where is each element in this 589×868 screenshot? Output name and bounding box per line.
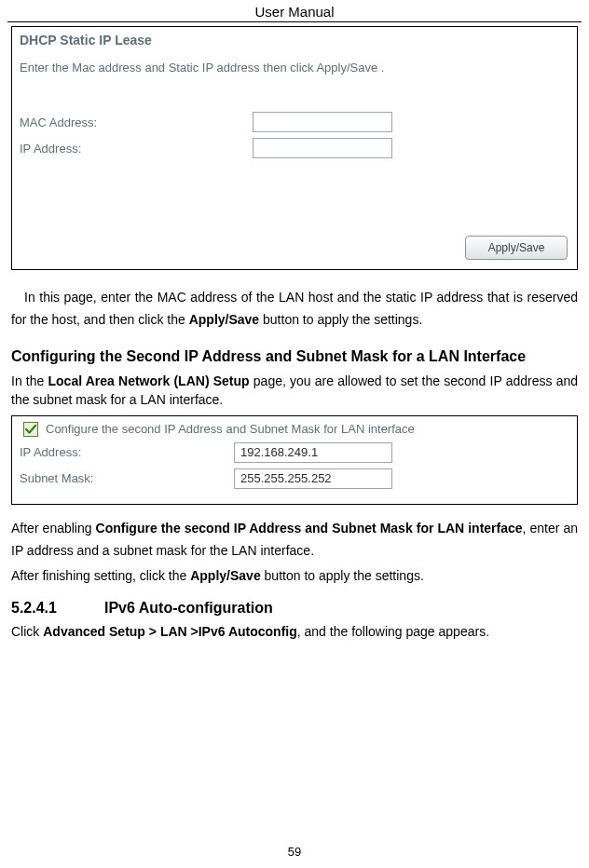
configure-checkbox-row: Configure the second IP Address and Subn… (20, 422, 569, 437)
paragraph-lan-setup: In the Local Area Network (LAN) Setup pa… (11, 372, 578, 410)
text-bold: Advanced Setup > LAN >IPv6 Autoconfig (43, 624, 297, 639)
second-ip-row: IP Address: (20, 442, 569, 463)
dhcp-static-ip-panel: DHCP Static IP Lease Enter the Mac addre… (11, 26, 578, 270)
panel-instruction: Enter the Mac address and Static IP addr… (20, 61, 569, 75)
checkbox-checked-icon[interactable] (23, 422, 38, 437)
text-fragment: button to apply the settings. (261, 568, 424, 583)
text-bold: Apply/Save (190, 568, 260, 583)
checkbox-label: Configure the second IP Address and Subn… (46, 422, 415, 436)
page-number: 59 (0, 845, 589, 859)
text-fragment: Click (11, 624, 43, 639)
header-divider (7, 21, 582, 22)
text-fragment: button to apply the settings. (259, 312, 422, 327)
ip-address-row: IP Address: (20, 138, 569, 158)
section-heading-second-ip: Configuring the Second IP Address and Su… (11, 346, 578, 367)
section-heading-ipv6: 5.2.4.1IPv6 Auto-configuration (11, 600, 578, 617)
page-header-title: User Manual (0, 0, 589, 21)
mac-address-input[interactable] (253, 112, 392, 132)
apply-save-button[interactable]: Apply/Save (465, 236, 568, 260)
mac-address-row: MAC Address: (20, 112, 569, 132)
text-fragment: In the (11, 373, 48, 388)
second-ip-panel: Configure the second IP Address and Subn… (11, 415, 578, 505)
second-ip-label: IP Address: (20, 445, 234, 459)
mac-address-label: MAC Address: (20, 115, 253, 129)
text-bold: Local Area Network (LAN) Setup (48, 373, 250, 388)
text-bold: Configure the second IP Address and Subn… (96, 521, 523, 536)
text-fragment: , and the following page appears. (297, 624, 489, 639)
subnet-mask-row: Subnet Mask: (20, 468, 569, 489)
section-number: 5.2.4.1 (11, 600, 104, 617)
subnet-mask-input[interactable] (234, 468, 392, 489)
text-fragment: After enabling (11, 521, 96, 536)
text-bold: Apply/Save (189, 312, 259, 327)
second-ip-input[interactable] (234, 442, 392, 463)
subnet-mask-label: Subnet Mask: (20, 471, 234, 485)
paragraph-after-enabling: After enabling Configure the second IP A… (11, 518, 578, 563)
panel-title: DHCP Static IP Lease (20, 33, 569, 47)
paragraph-mac-instructions: In this page, enter the MAC address of t… (11, 287, 578, 332)
text-fragment: After finishing setting, click the (11, 568, 190, 583)
paragraph-after-finishing: After finishing setting, click the Apply… (11, 565, 578, 586)
ip-address-input[interactable] (253, 138, 392, 158)
section-title: IPv6 Auto-configuration (104, 600, 273, 616)
paragraph-click-advanced: Click Advanced Setup > LAN >IPv6 Autocon… (11, 624, 578, 639)
ip-address-label: IP Address: (20, 142, 253, 156)
